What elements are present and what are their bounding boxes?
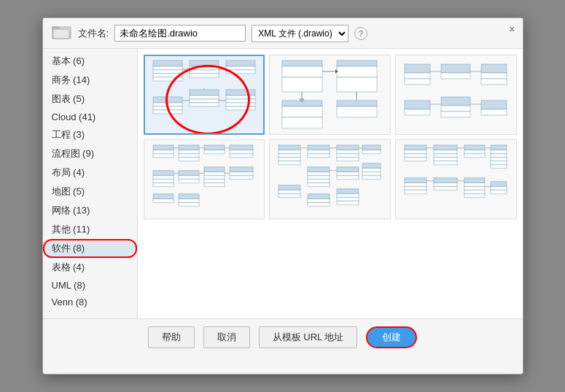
svg-rect-21 [153,106,182,110]
svg-rect-136 [337,197,359,201]
template-thumb-4[interactable] [144,139,265,219]
svg-rect-13 [190,95,219,99]
svg-rect-124 [308,183,330,187]
svg-rect-119 [362,150,381,154]
format-select[interactable]: XML 文件 (.drawio) [252,25,348,42]
svg-rect-123 [308,179,330,183]
svg-rect-62 [481,101,507,109]
svg-rect-122 [308,176,330,179]
svg-rect-135 [337,194,359,197]
svg-rect-153 [434,157,457,161]
svg-rect-138 [362,163,381,168]
sidebar-item-cloud[interactable]: Cloud (41) [43,109,137,125]
svg-rect-150 [434,145,457,150]
svg-rect-110 [278,161,300,165]
svg-rect-170 [434,187,457,190]
svg-rect-51 [405,79,430,85]
main-dialog: 文件名: XML 文件 (.drawio) ? × 基本 (6)商务 (14)图… [42,17,523,375]
svg-rect-73 [179,154,199,157]
svg-rect-121 [308,172,330,176]
sidebar-item-venn[interactable]: Venn (8) [43,294,137,310]
sidebar-item-basic[interactable]: 基本 (6) [43,52,137,71]
cancel-button[interactable]: 取消 [203,326,250,348]
svg-rect-177 [491,187,507,190]
svg-rect-33 [282,60,322,66]
svg-rect-52 [441,64,470,73]
svg-rect-72 [179,150,199,154]
svg-rect-130 [278,194,300,197]
svg-rect-165 [405,183,426,187]
sidebar-item-flowchart[interactable]: 流程图 (9) [43,144,137,163]
sidebar-item-software[interactable]: 软件 (8) [43,239,137,258]
title-bar: 文件名: XML 文件 (.drawio) ? [43,18,523,49]
sidebar-item-chart[interactable]: 图表 (5) [43,90,137,109]
svg-rect-16 [226,60,255,66]
svg-rect-173 [464,187,485,190]
svg-rect-112 [308,150,330,154]
svg-rect-152 [434,154,457,157]
url-button[interactable]: 从模板 URL 地址 [259,326,358,348]
create-button[interactable]: 创建 [366,326,417,348]
svg-rect-5 [153,70,182,74]
svg-rect-126 [337,172,359,176]
svg-rect-26 [226,103,255,106]
svg-rect-109 [278,157,300,161]
svg-rect-116 [337,154,359,157]
template-thumb-3[interactable] [395,55,517,135]
svg-rect-134 [337,189,359,194]
svg-rect-139 [362,168,381,172]
svg-rect-17 [226,66,255,70]
svg-rect-78 [230,150,253,154]
svg-rect-176 [491,181,507,187]
svg-rect-12 [190,90,219,95]
help-icon[interactable]: ? [354,27,367,40]
sidebar-item-uml[interactable]: UML (8) [43,277,137,294]
help-button[interactable]: 帮助 [148,326,195,348]
svg-rect-49 [405,64,430,73]
svg-rect-168 [434,178,457,183]
svg-rect-118 [362,145,381,150]
svg-rect-160 [491,154,507,157]
svg-rect-98 [179,199,199,203]
sidebar-item-other[interactable]: 其他 (11) [43,220,137,239]
svg-rect-95 [153,194,174,199]
filename-input[interactable] [114,25,246,42]
sidebar-item-business[interactable]: 商务 (14) [43,71,137,90]
svg-rect-155 [464,145,485,150]
template-thumb-6[interactable] [395,139,517,219]
svg-rect-54 [481,64,507,73]
template-thumb-5[interactable] [269,139,391,219]
svg-rect-82 [153,179,174,183]
svg-rect-137 [337,201,359,205]
svg-rect-114 [337,145,359,150]
sidebar-item-map[interactable]: 地图 (5) [43,182,137,201]
svg-rect-146 [405,145,426,150]
svg-rect-132 [308,199,330,203]
svg-rect-169 [434,183,457,187]
svg-rect-84 [179,170,199,176]
svg-rect-75 [204,145,225,150]
svg-rect-106 [278,145,300,150]
svg-rect-20 [153,103,182,106]
sidebar-item-engineering[interactable]: 工程 (3) [43,125,137,144]
sidebar-item-table[interactable]: 表格 (4) [43,258,137,277]
svg-rect-125 [337,167,359,172]
svg-rect-141 [362,176,381,179]
template-thumb-2[interactable] [269,55,391,135]
svg-rect-120 [308,167,330,172]
filename-label: 文件名: [78,27,109,40]
svg-rect-158 [491,145,507,150]
svg-rect-68 [153,145,174,150]
svg-rect-90 [204,179,225,183]
template-thumb-1[interactable] [144,55,265,135]
svg-rect-89 [204,176,225,179]
close-button[interactable]: × [509,24,515,34]
svg-rect-175 [464,194,485,197]
svg-rect-38 [337,77,377,92]
sidebar-item-network[interactable]: 网络 (13) [43,201,137,220]
svg-rect-58 [405,109,430,115]
svg-rect-36 [337,60,377,66]
svg-rect-151 [434,150,457,154]
svg-rect-63 [481,109,507,115]
sidebar-item-layout[interactable]: 布局 (4) [43,163,137,182]
